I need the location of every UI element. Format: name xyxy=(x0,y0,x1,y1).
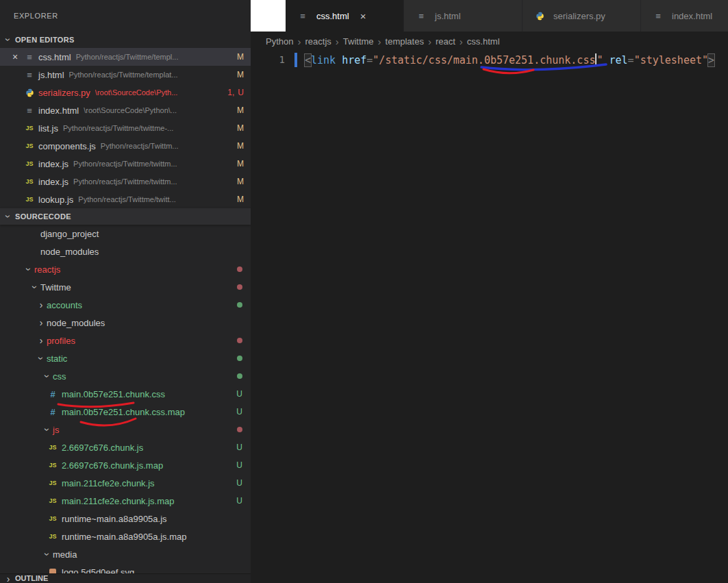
tree-item[interactable]: JSmain.211cfe2e.chunk.js.mapU xyxy=(0,492,251,510)
tree-item[interactable]: JSruntime~main.a8a9905a.js.map xyxy=(0,528,251,545)
python-file-icon xyxy=(23,88,36,97)
close-icon[interactable]: × xyxy=(12,52,23,62)
tree-item-label: profiles xyxy=(47,336,75,346)
file-path: Python/reactjs/Twittme/twittme-... xyxy=(63,124,173,132)
close-icon[interactable]: × xyxy=(360,10,366,22)
git-status-badge: M xyxy=(237,106,244,115)
open-editor-item[interactable]: ×JSlist.jsPython/reactjs/Twittme/twittme… xyxy=(0,119,251,137)
tree-item-label: django_project xyxy=(40,229,99,239)
git-status-badge: U xyxy=(236,478,242,488)
tab-js.html[interactable]: ≡js.html xyxy=(404,0,523,32)
breadcrumb-item[interactable]: Twittme xyxy=(343,36,374,47)
file-name: index.html xyxy=(38,106,79,116)
js-file-icon: JS xyxy=(47,480,59,486)
html-file-icon: ≡ xyxy=(23,52,36,62)
file-name: serializers.py xyxy=(38,88,90,98)
tree-item-label: reactjs xyxy=(34,264,60,275)
js-file-icon: JS xyxy=(23,125,36,132)
html-file-icon: ≡ xyxy=(297,11,309,21)
chevron-down-icon: › xyxy=(36,353,46,364)
file-name: index.js xyxy=(38,159,68,169)
js-file-icon: JS xyxy=(47,515,59,522)
open-editor-item[interactable]: ×≡js.htmlPython/reactjs/Twittme/templat.… xyxy=(0,66,251,84)
tree-item[interactable]: django_project xyxy=(0,225,251,243)
open-editor-item[interactable]: ×serializers.py\root\SourceCode\Pyth...1… xyxy=(0,84,251,101)
open-editor-item[interactable]: ×≡css.htmlPython/reactjs/Twittme/templ..… xyxy=(0,48,251,66)
tree-item-label: js xyxy=(53,425,59,435)
file-name: list.js xyxy=(38,123,58,134)
tree-item-label: node_modules xyxy=(47,318,105,328)
cursor-indicator xyxy=(294,53,297,67)
tree-item[interactable]: ›static xyxy=(0,349,251,367)
status-dot-icon xyxy=(237,338,242,343)
file-path: Python/reactjs/Twittme/twitt... xyxy=(78,195,175,203)
js-file-icon: JS xyxy=(47,444,59,451)
breadcrumb-item[interactable]: css.html xyxy=(467,36,500,47)
tree-item-label: 2.6697c676.chunk.js.map xyxy=(62,460,163,471)
open-editor-item[interactable]: ×JSindex.jsPython/reactjs/Twittme/twittm… xyxy=(0,173,251,190)
tree-item[interactable]: ›media xyxy=(0,545,251,563)
tab-serializers.py[interactable]: serializers.py xyxy=(523,0,641,32)
sourcecode-label: SOURCECODE xyxy=(15,212,71,221)
tree-item[interactable]: JSruntime~main.a8a9905a.js xyxy=(0,510,251,528)
open-editor-item[interactable]: ×JScomponents.jsPython/reactjs/Twittm...… xyxy=(0,137,251,155)
code-token: link xyxy=(311,54,336,66)
tree-item[interactable]: ›profiles xyxy=(0,332,251,349)
open-editors-list: ×≡css.htmlPython/reactjs/Twittme/templ..… xyxy=(0,48,251,208)
code-editor[interactable]: 1 <link href="/static/css/main.0b57e251.… xyxy=(251,51,728,69)
html-file-icon: ≡ xyxy=(652,11,664,21)
breadcrumb-separator-icon: › xyxy=(378,36,381,47)
tree-item[interactable]: JS2.6697c676.chunk.js.mapU xyxy=(0,456,251,474)
tree-item[interactable]: ›js xyxy=(0,421,251,438)
open-editor-item[interactable]: ×JSindex.jsPython/reactjs/Twittme/twittm… xyxy=(0,155,251,173)
file-name: js.html xyxy=(38,70,64,80)
js-file-icon: JS xyxy=(47,497,59,504)
outline-label: OUTLINE xyxy=(15,574,48,582)
open-editor-item[interactable]: ×≡index.html\root\SourceCode\Python\...M xyxy=(0,101,251,119)
css-file-icon: # xyxy=(47,389,59,399)
open-editor-item[interactable]: ×JSlookup.jsPython/reactjs/Twittme/twitt… xyxy=(0,190,251,208)
open-editors-header[interactable]: › OPEN EDITORS xyxy=(0,32,251,48)
code-token xyxy=(336,54,342,66)
tree-item[interactable]: #main.0b57e251.chunk.cssU xyxy=(0,385,251,403)
status-dot-icon xyxy=(237,356,242,361)
breadcrumb-separator-icon: › xyxy=(428,36,431,47)
chevron-down-icon: › xyxy=(42,549,52,560)
chevron-right-icon: › xyxy=(36,318,47,327)
breadcrumb-item[interactable]: react xyxy=(436,36,455,47)
line-number: 1 xyxy=(251,54,285,65)
tree-item[interactable]: ›Twittme xyxy=(0,278,251,296)
tree-item[interactable]: #main.0b57e251.chunk.css.mapU xyxy=(0,403,251,421)
chevron-right-icon: › xyxy=(3,574,14,583)
sourcecode-header[interactable]: › SOURCECODE xyxy=(0,208,251,225)
tree-item[interactable]: ›reactjs xyxy=(0,260,251,278)
code-token: = xyxy=(628,54,634,66)
git-status-badge: M xyxy=(237,70,244,79)
git-status-badge: U xyxy=(236,496,242,506)
code-token: href xyxy=(342,54,366,66)
breadcrumb-item[interactable]: reactjs xyxy=(305,36,331,47)
tree-item[interactable]: ›css xyxy=(0,367,251,385)
tab-css.html[interactable]: ≡css.html× xyxy=(286,0,404,32)
git-status-badge: U xyxy=(238,88,244,97)
tab-label: css.html xyxy=(316,11,349,21)
tree-item[interactable]: JSmain.211cfe2e.chunk.jsU xyxy=(0,474,251,492)
code-token: < xyxy=(305,54,311,66)
chevron-down-icon: › xyxy=(24,264,34,275)
chevron-down-icon: › xyxy=(3,34,13,45)
tree-item[interactable]: node_modules xyxy=(0,243,251,260)
outline-header[interactable]: › OUTLINE xyxy=(0,573,251,583)
tab-bar: ≡css.html×≡js.htmlserializers.py≡index.h… xyxy=(251,0,728,32)
breadcrumb-item[interactable]: templates xyxy=(386,36,424,47)
js-file-icon: JS xyxy=(23,196,36,203)
tree-item[interactable]: JS2.6697c676.chunk.jsU xyxy=(0,438,251,456)
tab-index.html[interactable]: ≡index.html xyxy=(641,0,728,32)
breadcrumb-item[interactable]: Python xyxy=(266,36,293,47)
git-status-badge: U xyxy=(236,407,242,417)
css-file-icon: # xyxy=(47,407,59,417)
tree-item[interactable]: ›accounts xyxy=(0,296,251,314)
tree-item[interactable]: ›node_modules xyxy=(0,314,251,332)
code-token xyxy=(603,54,609,66)
chevron-down-icon: › xyxy=(30,282,40,293)
file-name: lookup.js xyxy=(38,195,73,205)
